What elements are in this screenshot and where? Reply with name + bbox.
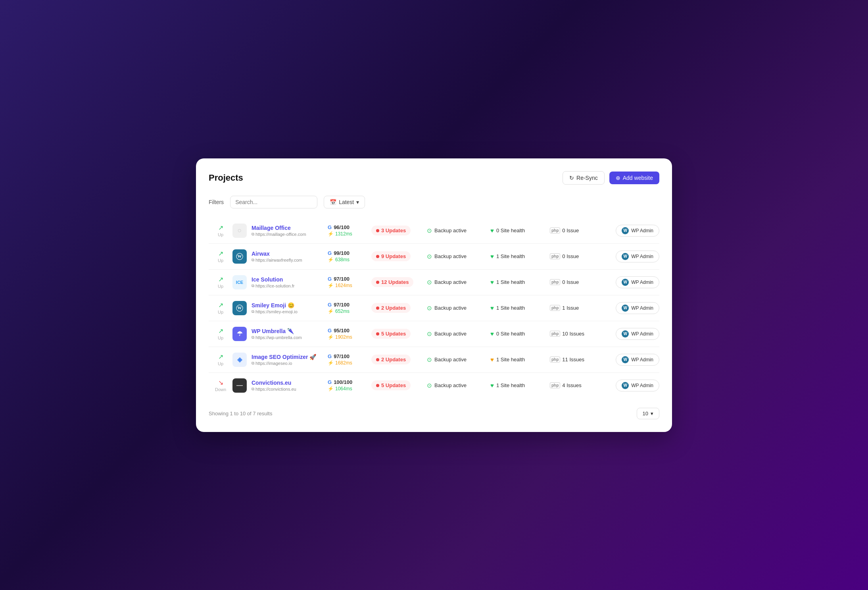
link-icon: ⧉	[252, 387, 254, 391]
wp-admin-button[interactable]: W WP Admin	[616, 328, 659, 340]
link-icon: ⧉	[252, 309, 254, 314]
google-score: G 97/100	[328, 276, 371, 282]
speed-value: ⚡ 1312ms	[328, 231, 371, 237]
backup-icon: ⊙	[427, 356, 432, 363]
site-details: Smiley Emoji 😊 ⧉ https://smiley-emoji.io	[252, 302, 298, 314]
updates-badge[interactable]: 5 Updates	[371, 329, 411, 339]
health-icon: ♥	[490, 356, 494, 363]
wp-admin-label: WP Admin	[631, 357, 653, 362]
health-count: 0 Site health	[496, 228, 525, 233]
issues-count: 4 Issues	[562, 382, 581, 388]
health-icon: ♥	[490, 330, 494, 337]
site-score-col: G 95/100 ⚡ 1902ms	[328, 328, 371, 340]
site-score-col: G 96/100 ⚡ 1312ms	[328, 224, 371, 237]
site-score-col: G 99/100 ⚡ 638ms	[328, 250, 371, 262]
updates-col: 9 Updates	[371, 251, 427, 261]
updates-badge[interactable]: 12 Updates	[371, 277, 413, 287]
link-icon: ⧉	[252, 335, 254, 340]
wp-admin-button[interactable]: W WP Admin	[616, 302, 659, 314]
site-name[interactable]: WP Umbrella 🌂	[252, 328, 302, 334]
status-arrow-icon: ↗	[218, 353, 223, 361]
site-name[interactable]: Ice Solution	[252, 276, 294, 283]
site-name[interactable]: Convictions.eu	[252, 380, 296, 386]
updates-count: 12 Updates	[381, 279, 409, 285]
health-count: 1 Site health	[496, 305, 525, 311]
site-url: ⧉ https://airwaxfreefly.com	[252, 258, 302, 262]
health-icon: ♥	[490, 305, 494, 311]
issues-count: 10 Issues	[562, 331, 584, 337]
updates-count: 2 Updates	[381, 305, 406, 311]
health-col: ♥ 1 Site health	[490, 356, 550, 363]
status-arrow-icon: ↗	[218, 276, 223, 283]
calendar-icon: 📅	[330, 199, 336, 205]
backup-col: ⊙ Backup active	[427, 356, 490, 363]
backup-col: ⊙ Backup active	[427, 382, 490, 389]
site-status: ↗ Up	[209, 353, 232, 366]
site-logo: W	[232, 249, 247, 264]
wp-admin-button[interactable]: W WP Admin	[616, 276, 659, 288]
php-icon: php	[550, 279, 560, 285]
updates-badge[interactable]: 9 Updates	[371, 251, 411, 261]
svg-text:W: W	[238, 305, 242, 310]
status-label: Up	[218, 284, 223, 289]
google-g-icon: G	[328, 224, 332, 230]
status-label: Up	[218, 310, 223, 314]
updates-badge[interactable]: 3 Updates	[371, 226, 411, 235]
wp-admin-col: W WP Admin	[601, 225, 659, 237]
google-g-icon: G	[328, 276, 332, 282]
backup-icon: ⊙	[427, 253, 432, 260]
updates-col: 2 Updates	[371, 355, 427, 364]
site-details: WP Umbrella 🌂 ⧉ https://wp-umbrella.com	[252, 328, 302, 340]
wordpress-icon: W	[622, 356, 629, 363]
resync-button[interactable]: ↻ Re-Sync	[563, 171, 605, 185]
google-score: G 97/100	[328, 353, 371, 359]
add-website-button[interactable]: ⊕ Add website	[609, 172, 659, 184]
php-icon: php	[550, 331, 560, 337]
site-status: ↗ Up	[209, 250, 232, 263]
site-name[interactable]: Image SEO Optimizer 🚀	[252, 354, 316, 360]
updates-badge[interactable]: 2 Updates	[371, 303, 411, 313]
site-name[interactable]: Airwax	[252, 251, 302, 257]
site-url: ⧉ https://maillage-office.com	[252, 232, 306, 237]
backup-col: ⊙ Backup active	[427, 227, 490, 234]
site-info-col: ☂ WP Umbrella 🌂 ⧉ https://wp-umbrella.co…	[232, 327, 328, 341]
search-input[interactable]	[230, 196, 317, 208]
link-icon: ⧉	[252, 258, 254, 262]
status-label: Up	[218, 361, 223, 366]
site-status: ↘ Down	[209, 379, 232, 392]
per-page-chevron-icon: ▾	[651, 411, 653, 416]
site-details: Maillage Office ⧉ https://maillage-offic…	[252, 225, 306, 237]
wp-admin-col: W WP Admin	[601, 328, 659, 340]
table-row: ↗ Up ☂ WP Umbrella 🌂 ⧉ https://wp-umbrel…	[209, 321, 659, 347]
wp-admin-button[interactable]: W WP Admin	[616, 354, 659, 366]
latest-filter-button[interactable]: 📅 Latest ▾	[324, 196, 365, 208]
wp-admin-label: WP Admin	[631, 254, 653, 259]
issues-col: php 0 Issue	[550, 228, 601, 233]
health-count: 1 Site health	[496, 253, 525, 259]
wp-admin-button[interactable]: W WP Admin	[616, 251, 659, 262]
wp-admin-button[interactable]: W WP Admin	[616, 380, 659, 391]
updates-badge[interactable]: 5 Updates	[371, 380, 411, 390]
php-icon: php	[550, 357, 560, 362]
health-col: ♥ 0 Site health	[490, 227, 550, 234]
site-logo: ☂	[232, 327, 247, 341]
health-col: ♥ 1 Site health	[490, 382, 550, 389]
health-col: ♥ 1 Site health	[490, 305, 550, 311]
updates-dot-icon	[376, 332, 379, 335]
site-name[interactable]: Maillage Office	[252, 225, 306, 231]
site-details: Convictions.eu ⧉ https://convictions.eu	[252, 380, 296, 391]
updates-badge[interactable]: 2 Updates	[371, 355, 411, 364]
projects-card: Projects ↻ Re-Sync ⊕ Add website Filters…	[196, 158, 672, 432]
site-name[interactable]: Smiley Emoji 😊	[252, 302, 298, 308]
google-score: G 95/100	[328, 328, 371, 334]
per-page-button[interactable]: 10 ▾	[637, 408, 659, 419]
updates-col: 3 Updates	[371, 226, 427, 235]
site-logo: ◈	[232, 353, 247, 367]
table-footer: Showing 1 to 10 of 7 results 10 ▾	[209, 408, 659, 419]
wp-admin-col: W WP Admin	[601, 276, 659, 288]
backup-icon: ⊙	[427, 227, 432, 234]
site-url: ⧉ https://ice-solution.fr	[252, 283, 294, 288]
wp-admin-button[interactable]: W WP Admin	[616, 225, 659, 237]
wp-admin-col: W WP Admin	[601, 302, 659, 314]
score-value: 97/100	[334, 276, 350, 282]
